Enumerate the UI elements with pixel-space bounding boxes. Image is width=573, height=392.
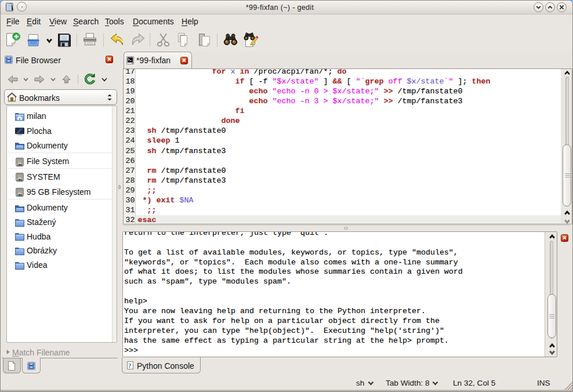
svg-text:?: ? — [128, 362, 132, 369]
